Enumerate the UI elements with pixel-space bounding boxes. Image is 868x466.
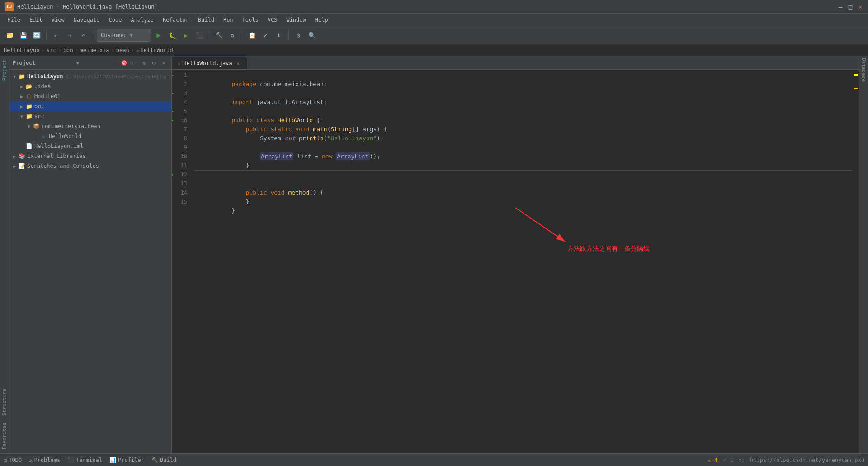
code-content[interactable]: package com.meimeixia.bean; import java.…: [194, 70, 852, 453]
tree-arrow-scratches[interactable]: ▶: [11, 162, 18, 170]
code-line-10[interactable]: }: [194, 152, 852, 161]
tree-arrow-helloliayun[interactable]: ▼: [11, 73, 18, 80]
code-line-9[interactable]: ArrayList list = new ArrayList();: [194, 143, 852, 152]
structure-panel-tab[interactable]: Structure: [0, 385, 9, 419]
close-button[interactable]: ✕: [857, 4, 863, 10]
problems-tab[interactable]: ⚠ Problems: [29, 457, 60, 463]
tab-close-btn[interactable]: ✕: [235, 60, 241, 67]
line-num-6: 6: [172, 116, 191, 125]
toolbar-back-btn[interactable]: ←: [50, 29, 62, 41]
menu-help[interactable]: Help: [311, 15, 332, 24]
toolbar-vcs-btn[interactable]: 📋: [246, 29, 258, 41]
favorites-panel-tab[interactable]: Favorites: [0, 419, 9, 453]
sidebar-settings-btn[interactable]: ⚙: [150, 59, 158, 67]
tree-item-module01[interactable]: ▶ ⬡ Module01: [9, 91, 171, 101]
sidebar-collapse-btn[interactable]: ⊟: [130, 59, 138, 67]
toolbar-forward-btn[interactable]: →: [64, 29, 75, 41]
stop-button[interactable]: ⬛: [193, 29, 205, 41]
tree-item-helloworld[interactable]: ▶ ☕ HelloWorld: [9, 131, 171, 141]
code-line-2[interactable]: [194, 80, 852, 89]
code-editor[interactable]: 1 2 3 4 5 6 7 8 9 10 11 12 13 14 15 pa: [172, 70, 859, 453]
project-panel-tab[interactable]: Project: [0, 56, 9, 84]
toolbar: 📁 💾 🔄 ← → ↶ Customer ▼ ▶ 🐛 ▶ ⬛ 🔨 ♻ 📋 ✔ ⬇…: [0, 26, 868, 44]
line-num-14: 14: [172, 188, 191, 197]
tree-item-iml[interactable]: ▶ 📄 HelloLiayun.iml: [9, 141, 171, 151]
code-line-11[interactable]: [194, 161, 852, 170]
tab-java-icon: ☕: [177, 60, 180, 67]
menu-vcs[interactable]: VCS: [264, 15, 281, 24]
code-line-5[interactable]: public class HelloWorld {: [194, 107, 852, 116]
menu-refactor[interactable]: Refactor: [159, 15, 193, 24]
toolbar-sync-btn[interactable]: 🔄: [31, 29, 42, 41]
tree-arrow-ext-libs[interactable]: ▶: [11, 152, 18, 160]
tree-arrow-out[interactable]: ▶: [18, 103, 25, 110]
toolbar-build-btn[interactable]: 🔨: [213, 29, 225, 41]
code-line-4[interactable]: [194, 98, 852, 107]
run-button[interactable]: ▶: [153, 29, 165, 41]
build-tab[interactable]: 🔨 Build: [151, 457, 176, 463]
terminal-tab[interactable]: ⬛ Terminal: [67, 457, 102, 463]
tree-item-out[interactable]: ▶ 📁 out: [9, 101, 171, 111]
sidebar-actions: 🎯 ⊟ ⇅ ⚙ ✕: [120, 59, 168, 67]
tree-arrow-idea[interactable]: ▶: [18, 83, 25, 90]
annotation-text: 方法跟方法之间有一条分隔线: [567, 245, 650, 252]
run-with-coverage-btn[interactable]: ▶: [180, 29, 192, 41]
sidebar-hide-btn[interactable]: ✕: [160, 59, 168, 67]
breadcrumb-item-project[interactable]: HelloLiayun: [4, 47, 39, 53]
todo-tab[interactable]: ☑ TODO: [4, 457, 22, 463]
toolbar-settings-btn[interactable]: ⚙: [292, 29, 304, 41]
toolbar-update-btn[interactable]: ⬇: [273, 29, 285, 41]
menu-file[interactable]: File: [4, 15, 24, 24]
tree-arrow-module01[interactable]: ▶: [18, 93, 25, 100]
code-line-8[interactable]: [194, 134, 852, 143]
code-line-3[interactable]: import java.util.ArrayList;: [194, 89, 852, 98]
database-panel-tab[interactable]: Database: [860, 56, 868, 84]
annotation-arrow: 方法跟方法之间有一条分隔线: [488, 199, 714, 257]
menu-build[interactable]: Build: [194, 15, 218, 24]
toolbar-rebuild-btn[interactable]: ♻: [226, 29, 238, 41]
minimize-button[interactable]: ―: [837, 4, 844, 10]
code-line-13[interactable]: [194, 179, 852, 188]
tree-item-external-libs[interactable]: ▶ 📚 External Libraries: [9, 151, 171, 161]
menu-analyze[interactable]: Analyze: [127, 15, 157, 24]
toolbar-save-btn[interactable]: 💾: [17, 29, 29, 41]
title-bar-controls: ― □ ✕: [837, 4, 863, 10]
profiler-tab[interactable]: 📊 Profiler: [109, 457, 144, 463]
tree-item-src[interactable]: ▼ 📁 src: [9, 111, 171, 121]
breadcrumb-item-src[interactable]: src: [47, 47, 57, 53]
tree-item-package[interactable]: ▼ 📦 com.meimeixia.bean: [9, 121, 171, 131]
breadcrumb-item-file[interactable]: ☕ HelloWorld: [136, 47, 173, 53]
toolbar-search-btn[interactable]: 🔍: [306, 29, 318, 41]
menu-edit[interactable]: Edit: [26, 15, 46, 24]
toolbar-undo-btn[interactable]: ↶: [77, 29, 89, 41]
line-num-4: 4: [172, 98, 191, 107]
code-line-1[interactable]: package com.meimeixia.bean;: [194, 71, 852, 80]
sidebar-sort-btn[interactable]: ⇅: [140, 59, 148, 67]
menu-run[interactable]: Run: [220, 15, 237, 24]
maximize-button[interactable]: □: [847, 4, 854, 10]
code-line-15[interactable]: }: [194, 197, 852, 206]
menu-window[interactable]: Window: [283, 15, 309, 24]
breadcrumb-item-com[interactable]: com: [63, 47, 73, 53]
sidebar-locate-btn[interactable]: 🎯: [120, 59, 128, 67]
code-line-7[interactable]: System.out.println("Hello Liayun");: [194, 125, 852, 134]
tree-item-helloliayun[interactable]: ▼ 📁 HelloLiayun C:\Users\32120\IdeaProje…: [9, 71, 171, 81]
menu-navigate[interactable]: Navigate: [70, 15, 104, 24]
tree-arrow-package[interactable]: ▼: [25, 123, 33, 130]
code-line-12[interactable]: public void method() {: [194, 170, 852, 179]
code-line-14[interactable]: }: [194, 188, 852, 197]
tree-arrow-src[interactable]: ▼: [18, 113, 25, 120]
menu-tools[interactable]: Tools: [239, 15, 262, 24]
debug-button[interactable]: 🐛: [166, 29, 178, 41]
tree-item-idea[interactable]: ▶ 📂 .idea: [9, 81, 171, 91]
menu-view[interactable]: View: [48, 15, 68, 24]
toolbar-open-btn[interactable]: 📁: [4, 29, 15, 41]
toolbar-commit-btn[interactable]: ✔: [259, 29, 271, 41]
project-config-dropdown[interactable]: Customer ▼: [97, 29, 151, 42]
tree-item-scratches[interactable]: ▶ 📝 Scratches and Consoles: [9, 161, 171, 171]
breadcrumb-item-meimeixia[interactable]: meimeixia: [80, 47, 109, 53]
editor-tab-helloworld[interactable]: ☕ HelloWorld.java ✕: [172, 57, 247, 69]
code-line-6[interactable]: public static void main(String[] args) {: [194, 116, 852, 125]
menu-code[interactable]: Code: [105, 15, 126, 24]
breadcrumb-item-bean[interactable]: bean: [116, 47, 129, 53]
